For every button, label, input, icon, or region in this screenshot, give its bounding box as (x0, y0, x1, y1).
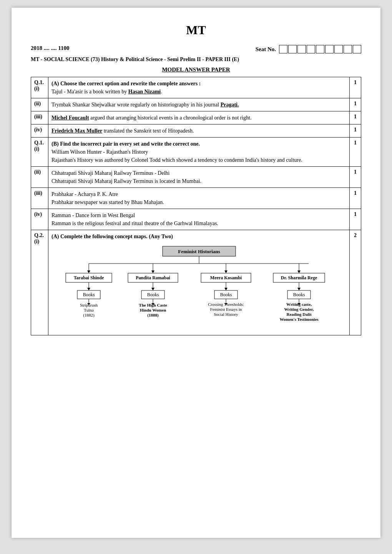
seat-box-3 (297, 45, 306, 53)
marks-1a: 1 (350, 77, 361, 98)
svg-text:Feminist Essays in: Feminist Essays in (210, 307, 242, 312)
q-label-1b-iv: (iv) (31, 209, 48, 230)
answer-cell-1a: (A) Choose the correct option and rewrit… (48, 77, 350, 98)
svg-text:Social History: Social History (214, 312, 238, 317)
svg-text:The High Caste: The High Caste (139, 303, 167, 307)
concept-map-svg: Feminist Historians (55, 244, 343, 329)
svg-text:Meera Kosambi: Meera Kosambi (210, 275, 242, 280)
seat-box-9 (353, 45, 361, 53)
q-label-1b-i: Q.1.(i) (31, 138, 48, 167)
year-code: 2018 .... .... 1100 (31, 45, 69, 51)
seat-box-2 (288, 45, 297, 53)
seat-box-8 (344, 45, 352, 53)
svg-text:Tarabai Shinde: Tarabai Shinde (73, 275, 104, 280)
table-row-q2: Q.2.(i) (A) Complete the following conce… (31, 230, 361, 335)
marks-1b-iii: 1 (350, 188, 361, 209)
seat-boxes (279, 45, 361, 53)
svg-marker-21 (87, 288, 90, 290)
model-answer-label: MODEL ANSWER PAPER (31, 66, 361, 73)
svg-text:Hindu Women: Hindu Women (140, 308, 166, 312)
table-row: (iii) Michel Foucault argued that arrang… (31, 111, 361, 124)
seat-box-6 (325, 45, 334, 53)
seat-box-1 (279, 45, 287, 53)
q-label-1a: Q.1.(i) (31, 77, 48, 98)
svg-marker-27 (297, 288, 301, 290)
svg-text:Writing Gender,: Writing Gender, (284, 307, 314, 312)
answer-cell-1a-iv: Friedrich Max Muller translated the Sans… (48, 124, 350, 138)
marks-1b-ii: 1 (350, 167, 361, 188)
seat-box-5 (316, 45, 324, 53)
table-row: (ii) Trymbak Shankar Shejwalkar wrote re… (31, 98, 361, 111)
svg-text:Books: Books (293, 292, 305, 297)
page-title: MT (31, 23, 361, 37)
svg-text:Dr. Sharmila Rege: Dr. Sharmila Rege (281, 275, 317, 280)
answer-cell-1b-iii: Prabhakar - Acharya P. K. Atre Prabhakar… (48, 188, 350, 209)
svg-marker-5 (87, 270, 90, 273)
seat-label: Seat No. (256, 46, 276, 53)
table-row: (ii) Chhatrapati Shivaji Maharaj Railway… (31, 167, 361, 188)
subtitle: MT - SOCIAL SCIENCE (73) History & Polit… (31, 56, 361, 63)
svg-text:Writing caste,: Writing caste, (286, 302, 312, 307)
svg-text:Pandita Ramabai: Pandita Ramabai (136, 275, 170, 280)
marks-1b-iv: 1 (350, 209, 361, 230)
answer-cell-1b-ii: Chhatrapati Shivaji Maharaj Railway Term… (48, 167, 350, 188)
marks-1a-ii: 1 (350, 98, 361, 111)
svg-text:Reading Dalit: Reading Dalit (286, 312, 311, 317)
table-row: Q.1.(i) (B) Find the incorrect pair in e… (31, 138, 361, 167)
svg-text:(1888): (1888) (147, 313, 159, 318)
marks-2a: 2 (350, 230, 361, 335)
table-row: (iv) Friedrich Max Muller translated the… (31, 124, 361, 138)
q-label-1b-ii: (ii) (31, 167, 48, 188)
svg-text:Feminist Historians: Feminist Historians (178, 249, 220, 254)
svg-marker-23 (151, 288, 154, 290)
answer-cell-1a-ii: Trymbak Shankar Shejwalkar wrote regular… (48, 98, 350, 111)
marks-1a-iv: 1 (350, 124, 361, 138)
svg-text:(1882): (1882) (83, 313, 95, 318)
svg-marker-7 (151, 270, 154, 273)
main-table: Q.1.(i) (A) Choose the correct option an… (31, 77, 361, 335)
table-row: (iii) Prabhakar - Acharya P. K. Atre Pra… (31, 188, 361, 209)
q-label-1a-iii: (iii) (31, 111, 48, 124)
seat-no-area: Seat No. (256, 45, 361, 53)
exam-page: MT 2018 .... .... 1100 Seat No. MT - SOC… (12, 8, 380, 538)
svg-text:Stripurush: Stripurush (80, 303, 98, 307)
q-label-1b-iii: (iii) (31, 188, 48, 209)
svg-marker-11 (297, 270, 301, 273)
answer-cell-1b-iv: Ramman - Dance form in West Bengal Ramma… (48, 209, 350, 230)
seat-box-4 (307, 45, 315, 53)
svg-marker-9 (224, 270, 228, 273)
svg-text:Books: Books (220, 292, 232, 297)
svg-text:Tulna: Tulna (84, 308, 93, 312)
svg-marker-25 (224, 288, 228, 290)
seat-box-7 (334, 45, 343, 53)
svg-text:Books: Books (83, 292, 95, 297)
concept-map: Feminist Historians (51, 241, 346, 333)
answer-cell-1a-iii: Michel Foucault argued that arranging hi… (48, 111, 350, 124)
answer-cell-2a: (A) Complete the following concept maps.… (48, 230, 350, 335)
table-row: (iv) Ramman - Dance form in West Bengal … (31, 209, 361, 230)
marks-1b-i: 1 (350, 138, 361, 167)
table-row: Q.1.(i) (A) Choose the correct option an… (31, 77, 361, 98)
svg-text:Books: Books (147, 292, 159, 297)
answer-cell-1b-i: (B) Find the incorrect pair in every set… (48, 138, 350, 167)
header-row: 2018 .... .... 1100 Seat No. (31, 45, 361, 53)
q-label-1a-iv: (iv) (31, 124, 48, 138)
marks-1a-iii: 1 (350, 111, 361, 124)
q-label-1a-ii: (ii) (31, 98, 48, 111)
svg-text:Crossing Thresholds:: Crossing Thresholds: (208, 302, 244, 307)
svg-text:Women's Testimonies: Women's Testimonies (279, 317, 319, 322)
q-label-2a: Q.2.(i) (31, 230, 48, 335)
